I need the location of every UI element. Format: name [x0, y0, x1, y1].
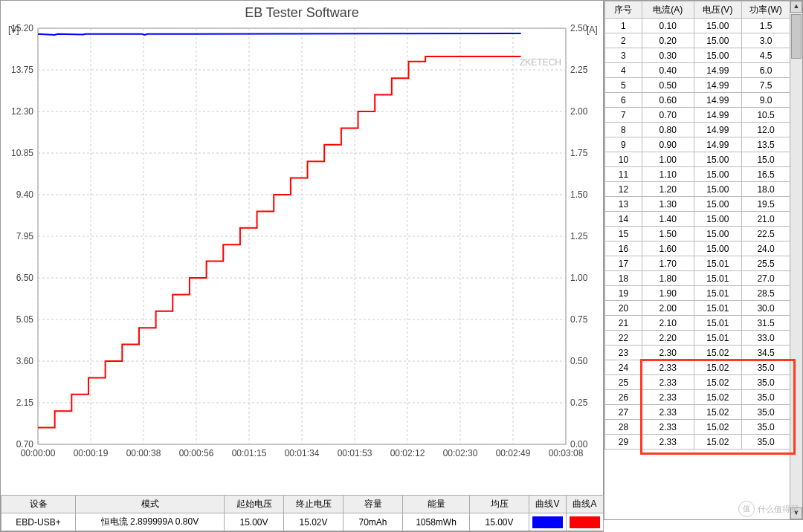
svg-text:00:00:19: 00:00:19 [74, 448, 109, 458]
summary-head-capacity: 容量 [344, 496, 403, 513]
svg-text:2.15: 2.15 [16, 398, 34, 408]
smzdm-logo-icon: 值 [738, 501, 755, 517]
svg-text:00:00:38: 00:00:38 [126, 448, 161, 458]
summary-head-curveV: 曲线V [529, 496, 567, 513]
summary-device: EBD-USB+ [1, 513, 76, 531]
svg-text:00:01:15: 00:01:15 [232, 448, 267, 458]
data-head-power[interactable]: 功率(W) [742, 1, 790, 19]
table-row[interactable]: 151.5015.0022.5 [605, 227, 790, 241]
svg-text:00:01:53: 00:01:53 [338, 448, 373, 458]
summary-head-energy: 能量 [403, 496, 470, 513]
table-row[interactable]: 272.3315.0235.0 [605, 405, 790, 420]
svg-text:2.50: 2.50 [570, 23, 588, 33]
data-head-voltage[interactable]: 电压(V) [694, 1, 742, 19]
svg-text:[A]: [A] [587, 25, 598, 35]
svg-text:1.75: 1.75 [570, 148, 588, 158]
table-row[interactable]: 20.2015.003.0 [605, 33, 790, 48]
table-row[interactable]: 141.4015.0021.0 [605, 212, 790, 227]
svg-text:0.75: 0.75 [570, 314, 588, 325]
scrollbar[interactable]: ▲ ▼ [790, 1, 802, 519]
summary-head-curveA: 曲线A [567, 496, 604, 513]
summary-endV: 15.02V [284, 513, 344, 531]
summary-avgV: 15.00V [470, 513, 529, 531]
table-row[interactable]: 222.2015.0133.0 [605, 331, 790, 346]
summary-head-endV: 终止电压 [284, 496, 344, 513]
table-row[interactable]: 212.1015.0131.5 [605, 316, 790, 331]
svg-text:13.75: 13.75 [11, 65, 33, 75]
table-row[interactable]: 282.3315.0235.0 [605, 420, 790, 435]
summary-capacity: 70mAh [344, 513, 403, 531]
table-row[interactable]: 70.7014.9910.5 [605, 108, 790, 123]
svg-text:10.85: 10.85 [11, 148, 33, 158]
svg-text:00:00:00: 00:00:00 [21, 448, 56, 458]
chart-plot: 0.702.153.605.056.507.959.4010.8512.3013… [1, 21, 603, 495]
table-row[interactable]: 111.1015.0016.5 [605, 167, 790, 182]
data-table[interactable]: 序号 电流(A) 电压(V) 功率(W) 10.1015.001.520.201… [604, 0, 803, 520]
svg-text:00:02:12: 00:02:12 [390, 448, 425, 458]
svg-text:00:00:56: 00:00:56 [179, 448, 214, 458]
summary-head-mode: 模式 [76, 496, 225, 513]
summary-table: 设备 模式 起始电压 终止电压 容量 能量 均压 曲线V 曲线A EBD-USB… [1, 495, 603, 531]
table-row[interactable]: 252.3315.0235.0 [605, 375, 790, 390]
svg-text:6.50: 6.50 [16, 273, 34, 283]
table-row[interactable]: 60.6014.999.0 [605, 93, 790, 108]
summary-energy: 1058mWh [403, 513, 470, 531]
svg-text:ZKETECH: ZKETECH [520, 57, 561, 68]
table-row[interactable]: 161.6015.0024.0 [605, 241, 790, 256]
svg-text:7.95: 7.95 [16, 231, 34, 241]
svg-text:00:02:30: 00:02:30 [443, 448, 478, 458]
scroll-up-icon[interactable]: ▲ [790, 1, 802, 13]
svg-text:0.50: 0.50 [570, 356, 588, 366]
svg-text:00:03:08: 00:03:08 [549, 448, 584, 458]
svg-text:1.00: 1.00 [570, 273, 588, 283]
svg-text:1.50: 1.50 [570, 189, 588, 200]
svg-text:2.25: 2.25 [570, 65, 588, 75]
summary-curveA-swatch [567, 513, 604, 531]
table-row[interactable]: 40.4014.996.0 [605, 63, 790, 78]
summary-curveV-swatch [529, 513, 567, 531]
svg-text:0.25: 0.25 [570, 398, 588, 408]
table-row[interactable]: 292.3315.0235.0 [605, 435, 790, 450]
chart-title: EB Tester Software [1, 5, 603, 21]
summary-startV: 15.00V [225, 513, 284, 531]
svg-text:12.30: 12.30 [11, 106, 33, 117]
svg-text:2.00: 2.00 [570, 106, 588, 117]
scroll-thumb[interactable] [791, 14, 802, 59]
table-row[interactable]: 191.9015.0128.5 [605, 286, 790, 301]
table-row[interactable]: 171.7015.0125.5 [605, 256, 790, 271]
svg-text:[V]: [V] [8, 25, 19, 35]
summary-head-startV: 起始电压 [225, 496, 284, 513]
svg-text:1.25: 1.25 [570, 231, 588, 241]
summary-head-avgV: 均压 [470, 496, 529, 513]
smzdm-watermark: 值 什么值得买 [738, 501, 799, 517]
svg-text:00:02:49: 00:02:49 [496, 448, 531, 458]
svg-text:00:01:34: 00:01:34 [285, 448, 320, 458]
table-row[interactable]: 242.3315.0235.0 [605, 360, 790, 375]
data-head-current[interactable]: 电流(A) [642, 1, 694, 19]
table-row[interactable]: 10.1015.001.5 [605, 19, 790, 33]
table-row[interactable]: 101.0015.0015.0 [605, 152, 790, 167]
table-row[interactable]: 80.8014.9912.0 [605, 123, 790, 137]
svg-text:5.05: 5.05 [16, 314, 34, 325]
data-head-idx[interactable]: 序号 [605, 1, 642, 19]
table-row[interactable]: 121.2015.0018.0 [605, 182, 790, 197]
table-row[interactable]: 181.8015.0127.0 [605, 271, 790, 286]
svg-text:9.40: 9.40 [16, 189, 34, 200]
table-row[interactable]: 131.3015.0019.5 [605, 197, 790, 212]
table-row[interactable]: 50.5014.997.5 [605, 78, 790, 93]
summary-mode: 恒电流 2.899999A 0.80V [76, 513, 225, 531]
table-row[interactable]: 232.3015.0234.5 [605, 346, 790, 360]
summary-head-device: 设备 [1, 496, 76, 513]
table-row[interactable]: 202.0015.0130.0 [605, 301, 790, 316]
table-row[interactable]: 262.3315.0235.0 [605, 390, 790, 405]
table-row[interactable]: 90.9014.9913.5 [605, 137, 790, 152]
table-row[interactable]: 30.3015.004.5 [605, 48, 790, 63]
svg-text:3.60: 3.60 [16, 356, 34, 366]
